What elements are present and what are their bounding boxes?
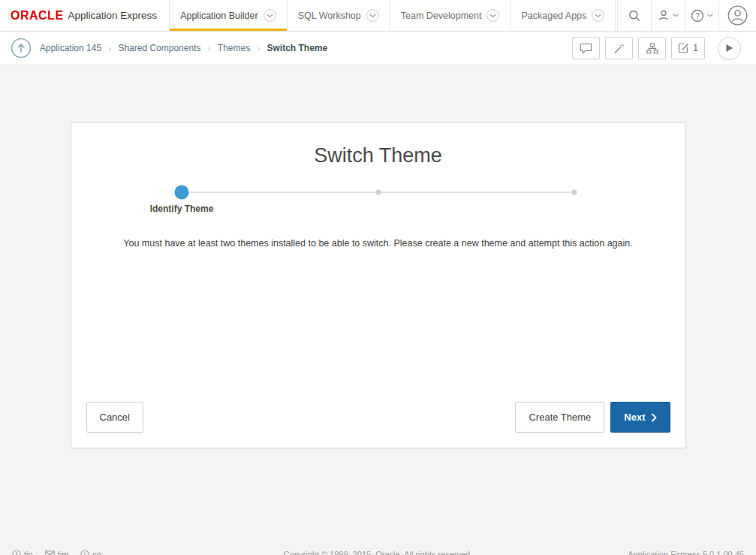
tab-team-development[interactable]: Team Development	[390, 0, 511, 31]
header-actions: ?	[617, 0, 756, 31]
breadcrumb: Application 145 › Shared Components › Th…	[40, 43, 327, 54]
clock-icon	[12, 550, 21, 555]
speech-bubble-icon	[580, 43, 592, 54]
product-name: Application Express	[68, 10, 158, 21]
breadcrumb-shared-components[interactable]: Shared Components	[118, 43, 200, 53]
feedback-button[interactable]	[572, 37, 600, 59]
breadcrumb-current: Switch Theme	[267, 43, 328, 53]
top-header: ORACLE Application Express Application B…	[0, 0, 756, 32]
help-menu-button[interactable]: ?	[685, 0, 718, 31]
search-button[interactable]	[617, 0, 651, 31]
hierarchy-icon	[646, 43, 658, 54]
progress-step-3	[572, 190, 577, 195]
help-icon: ?	[691, 9, 704, 23]
mail-icon	[45, 550, 55, 555]
page-footer: tip tim co Copyright © 1999, 2015, Oracl…	[0, 548, 756, 555]
version-text: Application Express 5.0.1.00.45	[628, 550, 744, 555]
tab-label: Application Builder	[180, 11, 258, 21]
wizard-actions: Cancel Create Theme Next	[86, 402, 670, 433]
tab-packaged-apps[interactable]: Packaged Apps	[511, 0, 616, 31]
admin-user-icon	[658, 10, 670, 21]
edit-page-button[interactable]: 1	[671, 37, 705, 59]
footer-link-1[interactable]: tip	[12, 550, 33, 555]
svg-text:?: ?	[695, 11, 700, 20]
footer-link-label: tip	[24, 550, 33, 555]
breadcrumb-separator: ›	[207, 43, 210, 54]
tab-application-builder[interactable]: Application Builder	[170, 0, 288, 31]
progress-step-2	[375, 190, 381, 195]
chevron-right-icon	[651, 413, 657, 422]
info-icon	[80, 550, 89, 555]
tab-label: Packaged Apps	[521, 11, 586, 21]
tab-sql-workshop[interactable]: SQL Workshop	[288, 0, 390, 31]
breadcrumb-themes[interactable]: Themes	[218, 43, 250, 53]
arrow-up-icon	[11, 38, 32, 59]
footer-link-label: co	[92, 550, 101, 555]
edit-page-number: 1	[693, 43, 698, 53]
chevron-down-icon[interactable]	[264, 9, 276, 22]
shortcuts-button[interactable]	[605, 37, 633, 59]
administration-menu-button[interactable]	[651, 0, 685, 31]
wizard-progress: Identify Theme	[182, 186, 574, 199]
up-level-button[interactable]	[11, 38, 32, 59]
breadcrumb-application[interactable]: Application 145	[40, 43, 101, 53]
create-theme-button[interactable]: Create Theme	[515, 402, 604, 433]
copyright-text: Copyright © 1999, 2015, Oracle. All righ…	[284, 550, 472, 555]
next-button-label: Next	[624, 412, 645, 423]
chevron-down-icon	[673, 14, 679, 17]
wizard-title: Switch Theme	[71, 144, 685, 167]
footer-link-2[interactable]: tim	[45, 550, 69, 555]
oracle-logo: ORACLE	[11, 9, 64, 23]
wand-icon	[613, 43, 625, 54]
cancel-button[interactable]: Cancel	[86, 402, 143, 433]
footer-link-3[interactable]: co	[80, 550, 101, 555]
current-step-label: Identify Theme	[150, 204, 214, 214]
page-toolbar: 1	[572, 37, 745, 60]
breadcrumb-bar: Application 145 › Shared Components › Th…	[0, 32, 756, 65]
run-application-button[interactable]	[718, 37, 741, 60]
breadcrumb-separator: ›	[108, 43, 111, 54]
chevron-down-icon[interactable]	[486, 9, 499, 22]
progress-step-1-current	[175, 186, 189, 200]
shared-components-button[interactable]	[638, 37, 666, 59]
chevron-down-icon[interactable]	[592, 9, 604, 22]
chevron-down-icon	[707, 14, 713, 17]
switch-theme-wizard: Switch Theme Identify Theme You must hav…	[71, 122, 686, 448]
footer-link-label: tim	[58, 550, 69, 555]
breadcrumb-separator: ›	[257, 43, 260, 54]
tab-label: Team Development	[401, 11, 482, 21]
edit-pencil-icon	[678, 43, 689, 54]
wizard-message: You must have at least two themes instal…	[71, 238, 685, 249]
play-icon	[725, 44, 733, 53]
brand: ORACLE Application Express	[0, 0, 170, 31]
tab-label: SQL Workshop	[298, 11, 361, 21]
next-button[interactable]: Next	[610, 402, 670, 433]
apex-page: ORACLE Application Express Application B…	[0, 0, 756, 555]
search-icon	[628, 10, 640, 22]
chevron-down-icon[interactable]	[366, 9, 379, 22]
active-tab-indicator	[170, 29, 287, 31]
account-icon	[727, 5, 748, 26]
account-menu-button[interactable]	[718, 0, 756, 31]
footer-links: tip tim co	[12, 550, 101, 555]
